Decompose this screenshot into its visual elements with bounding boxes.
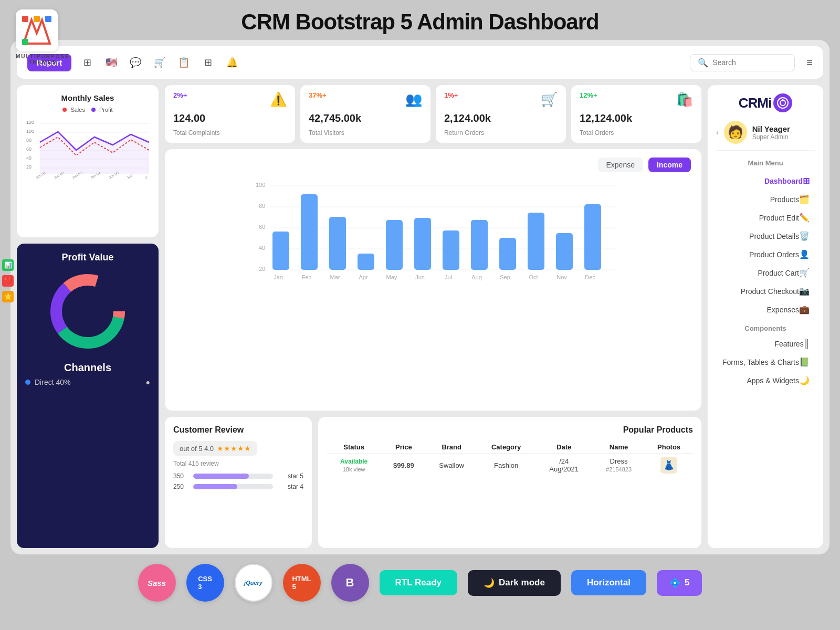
stat-value-2: 42,745.00k: [309, 112, 422, 124]
svg-rect-40: [272, 232, 289, 270]
svg-rect-41: [301, 194, 318, 270]
col-price: Price: [381, 441, 426, 454]
svg-point-66: [782, 99, 784, 101]
sass-badge: Sass: [138, 564, 176, 602]
col-category: Category: [477, 441, 536, 454]
svg-rect-5: [22, 39, 28, 45]
svg-text:Mar: Mar: [330, 274, 340, 280]
svg-rect-45: [414, 218, 431, 270]
svg-rect-43: [358, 254, 374, 270]
search-input[interactable]: [712, 58, 786, 67]
user-name: Nil Yeager: [752, 124, 790, 133]
svg-text:Dec: Dec: [585, 274, 595, 280]
svg-text:20: 20: [26, 164, 32, 170]
product-date: /24Aug/2021: [535, 454, 593, 477]
stat-card-returns: 1%+ 🛒 2,124.00k Return Orders: [436, 85, 566, 143]
sidebar-item-expenses[interactable]: Expenses 💼: [716, 301, 815, 318]
total-review: Total 415 review: [173, 460, 303, 467]
svg-text:Jun: Jun: [126, 173, 133, 180]
logo-subtitle: MULTIPURPOSETHEMES: [16, 54, 70, 65]
dark-mode-button[interactable]: 🌙 Dark mode: [468, 570, 561, 596]
stat-card-orders: 12%+ 🛍️ 12,124.00k Total Orders: [571, 85, 701, 143]
sidebar-item-product-cart[interactable]: Product Cart 🛒: [716, 264, 815, 281]
stat-label-3: Return Orders: [444, 129, 558, 136]
horizontal-button[interactable]: Horizontal: [571, 570, 646, 595]
svg-text:Jan: Jan: [274, 274, 283, 280]
yellow-mini-icon[interactable]: ⭐: [2, 291, 14, 302]
customer-review-card: Customer Review out of 5 4.0 ★★★★★ Total…: [165, 417, 312, 548]
col-photos: Photos: [645, 441, 693, 454]
svg-text:J: J: [145, 176, 146, 180]
flag-icon[interactable]: 🇺🇸: [103, 54, 120, 71]
col-status: Status: [327, 441, 381, 454]
svg-rect-47: [471, 220, 488, 270]
chevron-icon[interactable]: ‹: [716, 128, 719, 136]
cart-nav-icon: 🛒: [799, 268, 810, 278]
avatar: 🧑: [724, 121, 747, 144]
product-price: $99.89: [381, 454, 426, 477]
profit-legend: Profit: [91, 107, 113, 113]
income-button[interactable]: Income: [648, 158, 691, 172]
profit-card: 📊 ❤️ ⭐ Profit Value Channels Direct 40%: [17, 244, 159, 548]
stars: ★★★★★: [217, 444, 251, 453]
components-label: Components: [716, 324, 815, 332]
green-mini-icon[interactable]: 📊: [2, 259, 14, 271]
stat-pct-2: 37%+: [309, 91, 327, 99]
svg-text:Sep: Sep: [500, 274, 510, 280]
grid-icon[interactable]: ⊞: [200, 54, 216, 71]
svg-point-29: [66, 289, 110, 333]
bar-chart-card: Expense Income 100 80 60 40 20: [165, 149, 701, 411]
products-icon: 🗂️: [799, 194, 810, 204]
user-role: Super Admin: [752, 133, 790, 141]
orders-icon: 👤: [799, 249, 810, 259]
sidebar-item-product-edit[interactable]: Product Edit ✏️: [716, 209, 815, 226]
expenses-icon: 💼: [799, 304, 810, 314]
chat-icon[interactable]: 💬: [127, 54, 144, 71]
bar-chart-svg: 100 80 60 40 20: [175, 178, 691, 284]
file-icon[interactable]: 📋: [175, 54, 192, 71]
red-mini-icon[interactable]: ❤️: [2, 275, 14, 287]
crmi-circle: [773, 93, 792, 112]
fullscreen-icon[interactable]: ⊞: [79, 54, 96, 71]
svg-rect-4: [34, 16, 40, 22]
rating-badge: out of 5 4.0 ★★★★★: [173, 441, 257, 456]
sidebar-item-features[interactable]: Features ║: [716, 335, 815, 352]
svg-rect-49: [528, 213, 544, 270]
sidebar-item-forms-tables[interactable]: Forms, Tables & Charts 📗: [716, 353, 815, 371]
table-row: Available 18k view $99.89 Swallow Fashio…: [327, 454, 693, 477]
sidebar-item-product-details[interactable]: Product Details 🗑️: [716, 227, 815, 245]
css3-badge: CSS3: [186, 564, 224, 602]
svg-text:120: 120: [26, 120, 34, 125]
stat-pct-4: 12%+: [580, 91, 597, 99]
bell-icon[interactable]: 🔔: [224, 54, 240, 71]
review-bar-row-4: 250 star 4: [173, 483, 303, 490]
sidebar-item-product-orders[interactable]: Product Orders 👤: [716, 246, 815, 263]
cart-icon[interactable]: 🛒: [151, 54, 168, 71]
svg-text:80: 80: [26, 138, 32, 143]
top-nav: Report ⊞ 🇺🇸 💬 🛒 📋 ⊞ 🔔 🔍 ≡: [17, 46, 823, 79]
tables-icon: 📗: [799, 357, 810, 367]
middle-panel: 2%+ ⚠️ 124.00 Total Complaints 37%+ 👥 42…: [165, 85, 701, 548]
crmi-logo: CRMi: [716, 93, 815, 112]
rtl-ready-button[interactable]: RTL Ready: [380, 570, 458, 595]
tech-bar: Sass CSS3 jQuery HTML5 B RTL Ready 🌙 Dar…: [0, 556, 840, 609]
svg-text:60: 60: [259, 224, 265, 230]
version-button[interactable]: 💠 5: [657, 570, 702, 596]
search-box: 🔍: [690, 54, 795, 71]
svg-text:Oct: Oct: [529, 274, 538, 280]
hamburger-icon[interactable]: ≡: [806, 57, 813, 69]
stat-pct-3: 1%+: [444, 91, 458, 99]
stat-label-4: Total Orders: [580, 129, 693, 136]
stat-card-complaints: 2%+ ⚠️ 124.00 Total Complaints: [165, 85, 295, 143]
sidebar-item-dashboard[interactable]: Dashboard ⊞: [716, 172, 815, 190]
jquery-badge: jQuery: [235, 564, 272, 602]
products-table: Status Price Brand Category Date Name Ph…: [327, 441, 693, 477]
svg-rect-3: [45, 16, 51, 22]
sidebar-item-apps-widgets[interactable]: Apps & Widgets 🌙: [716, 372, 815, 389]
svg-rect-50: [556, 233, 573, 270]
svg-rect-2: [22, 16, 28, 22]
sidebar-item-product-checkout[interactable]: Product Checkout 📷: [716, 282, 815, 300]
svg-text:Jul: Jul: [445, 274, 452, 280]
expense-button[interactable]: Expense: [598, 158, 643, 172]
sidebar-item-products[interactable]: Products 🗂️: [716, 191, 815, 208]
